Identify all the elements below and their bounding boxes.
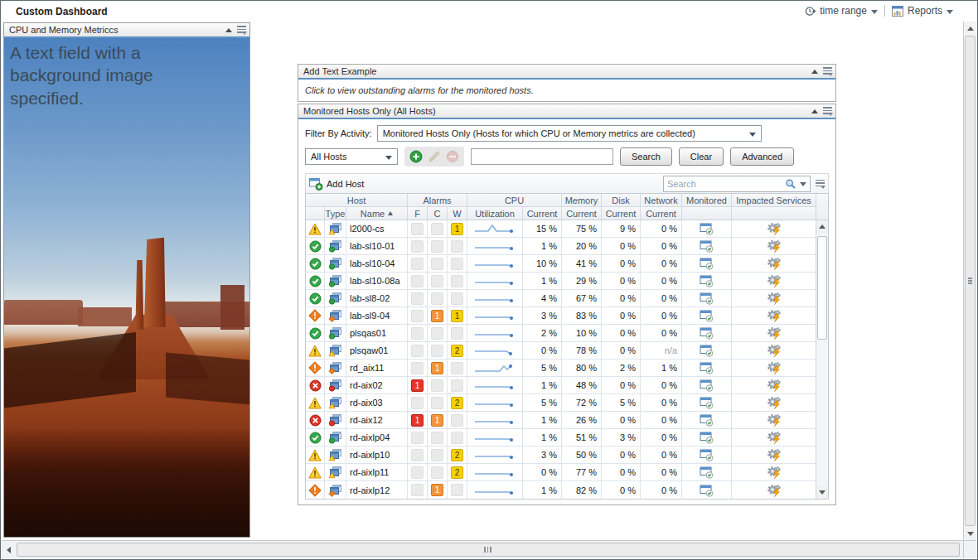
host-type-icon[interactable] bbox=[325, 412, 346, 428]
monitored-icon[interactable] bbox=[682, 255, 732, 272]
cpu-utilization-sparkline[interactable] bbox=[467, 360, 523, 376]
add-list-icon[interactable] bbox=[409, 150, 423, 163]
monitored-icon[interactable] bbox=[682, 238, 732, 254]
monitored-icon[interactable] bbox=[682, 412, 732, 428]
host-row[interactable]: rd-aixlp04 1 % 51 % 3 % 0 % bbox=[306, 429, 816, 447]
impacted-services-icon[interactable] bbox=[732, 464, 816, 480]
impacted-services-icon[interactable] bbox=[732, 394, 816, 411]
panel-menu-icon[interactable] bbox=[237, 26, 246, 34]
host-type-icon[interactable] bbox=[325, 238, 346, 254]
alarm-count-warning[interactable]: 2 bbox=[451, 466, 463, 479]
cpu-utilization-sparkline[interactable] bbox=[467, 325, 523, 341]
host-type-icon[interactable] bbox=[325, 255, 346, 272]
scrollbar-thumb[interactable] bbox=[17, 543, 960, 557]
reports-dropdown[interactable]: Reports bbox=[892, 5, 953, 17]
host-row[interactable]: rd-aixlp12 1 1 % 82 % 0 % 0 % bbox=[306, 481, 816, 499]
host-type-icon[interactable] bbox=[325, 447, 346, 463]
add-host-button[interactable]: Add Host bbox=[309, 177, 364, 191]
monitored-icon[interactable] bbox=[682, 273, 732, 289]
host-row[interactable]: plsqas01 2 % 10 % 0 % 0 % bbox=[306, 325, 816, 342]
cpu-utilization-sparkline[interactable] bbox=[467, 307, 523, 324]
host-type-icon[interactable] bbox=[325, 377, 346, 393]
monitored-icon[interactable] bbox=[682, 325, 732, 341]
impacted-services-icon[interactable] bbox=[732, 447, 816, 463]
monitored-icon[interactable] bbox=[682, 342, 732, 359]
time-range-dropdown[interactable]: time range bbox=[805, 5, 878, 17]
host-row[interactable]: rd-aix03 2 5 % 72 % 5 % 0 % bbox=[306, 394, 816, 412]
host-name-link[interactable]: rd-aix12 bbox=[346, 412, 408, 428]
host-search-input[interactable] bbox=[471, 148, 613, 165]
alarm-count-warning[interactable]: 2 bbox=[451, 397, 463, 409]
host-name-link[interactable]: rd_aix11 bbox=[346, 360, 408, 376]
cpu-utilization-sparkline[interactable] bbox=[467, 238, 523, 254]
host-type-icon[interactable] bbox=[325, 325, 346, 341]
col-memory-current[interactable]: Current bbox=[562, 207, 602, 220]
impacted-services-icon[interactable] bbox=[732, 238, 816, 254]
monitored-icon[interactable] bbox=[682, 464, 732, 480]
cpu-utilization-sparkline[interactable] bbox=[467, 412, 523, 428]
monitored-icon[interactable] bbox=[682, 307, 732, 324]
host-row[interactable]: l2000-cs 1 15 % 75 % 9 % 0 % bbox=[306, 220, 816, 238]
host-type-icon[interactable] bbox=[325, 429, 346, 446]
cpu-utilization-sparkline[interactable] bbox=[467, 394, 523, 411]
col-group-network[interactable]: Network bbox=[641, 194, 682, 206]
alarm-count-warning[interactable]: 1 bbox=[451, 310, 463, 322]
cpu-utilization-sparkline[interactable] bbox=[467, 429, 523, 446]
col-group-monitored[interactable]: Monitored bbox=[682, 194, 732, 206]
monitored-icon[interactable] bbox=[682, 429, 732, 446]
monitored-icon[interactable] bbox=[682, 360, 732, 376]
cpu-utilization-sparkline[interactable] bbox=[467, 220, 523, 237]
monitored-icon[interactable] bbox=[682, 377, 732, 393]
host-name-link[interactable]: rd-aixlp04 bbox=[346, 429, 408, 446]
collapse-panel-icon[interactable] bbox=[811, 109, 818, 113]
col-group-host[interactable]: Host bbox=[306, 194, 408, 206]
host-name-link[interactable]: rd-aixlp12 bbox=[346, 481, 408, 499]
impacted-services-icon[interactable] bbox=[732, 220, 816, 237]
table-customizer-icon[interactable] bbox=[816, 180, 825, 188]
host-name-link[interactable]: plsqas01 bbox=[346, 325, 408, 341]
scroll-down-button[interactable] bbox=[964, 527, 976, 540]
cpu-utilization-sparkline[interactable] bbox=[467, 447, 523, 463]
col-group-memory[interactable]: Memory bbox=[562, 194, 602, 206]
cpu-utilization-sparkline[interactable] bbox=[467, 342, 523, 359]
clear-button[interactable]: Clear bbox=[679, 147, 724, 166]
host-type-icon[interactable] bbox=[325, 290, 346, 307]
impacted-services-icon[interactable] bbox=[732, 429, 816, 446]
host-row[interactable]: lab-sl10-04 10 % 41 % 0 % 0 % bbox=[306, 255, 816, 273]
alarm-count-critical[interactable]: 1 bbox=[431, 414, 443, 427]
col-type[interactable]: Type bbox=[325, 207, 346, 220]
alarm-count-fatal[interactable]: 1 bbox=[411, 379, 424, 392]
impacted-services-icon[interactable] bbox=[732, 255, 816, 272]
monitored-icon[interactable] bbox=[682, 447, 732, 463]
host-name-link[interactable]: plsqaw01 bbox=[346, 342, 408, 359]
host-name-link[interactable]: lab-sl8-02 bbox=[346, 290, 408, 307]
search-options-icon[interactable] bbox=[800, 182, 806, 186]
impacted-services-icon[interactable] bbox=[732, 377, 816, 393]
impacted-services-icon[interactable] bbox=[732, 273, 816, 289]
cpu-utilization-sparkline[interactable] bbox=[467, 273, 523, 289]
alarm-count-warning[interactable]: 1 bbox=[451, 223, 463, 235]
host-row[interactable]: lab-sl8-02 4 % 67 % 0 % 0 % bbox=[306, 290, 816, 307]
host-name-link[interactable]: rd-aixlp11 bbox=[346, 464, 408, 480]
col-disk-current[interactable]: Current bbox=[602, 207, 641, 220]
monitored-icon[interactable] bbox=[682, 394, 732, 411]
host-name-link[interactable]: rd-aix03 bbox=[346, 394, 408, 411]
host-row[interactable]: lab-sl10-08a 1 % 29 % 0 % 0 % bbox=[306, 273, 816, 290]
host-row[interactable]: rd-aix12 1 1 1 % 26 % 0 % 0 % bbox=[306, 412, 816, 429]
impacted-services-icon[interactable] bbox=[732, 307, 816, 324]
host-row[interactable]: lab-sl9-04 1 1 3 % 83 % 0 % 0 % bbox=[306, 307, 816, 325]
scroll-left-button[interactable] bbox=[2, 541, 15, 558]
page-vertical-scrollbar[interactable] bbox=[963, 22, 976, 540]
host-name-link[interactable]: rd-aixlp10 bbox=[346, 447, 408, 463]
impacted-services-icon[interactable] bbox=[732, 325, 816, 341]
cpu-utilization-sparkline[interactable] bbox=[467, 377, 523, 393]
cpu-utilization-sparkline[interactable] bbox=[467, 464, 523, 480]
host-row[interactable]: rd-aix02 1 1 % 48 % 0 % 0 % bbox=[306, 377, 816, 394]
col-warning[interactable]: W bbox=[448, 207, 467, 220]
impacted-services-icon[interactable] bbox=[732, 481, 816, 499]
host-row[interactable]: rd_aix11 1 5 % 80 % 2 % 1 % bbox=[306, 360, 816, 377]
impacted-services-icon[interactable] bbox=[732, 412, 816, 428]
cpu-utilization-sparkline[interactable] bbox=[467, 290, 523, 307]
alarm-count-critical[interactable]: 1 bbox=[431, 310, 443, 322]
col-group-cpu[interactable]: CPU bbox=[467, 194, 562, 206]
